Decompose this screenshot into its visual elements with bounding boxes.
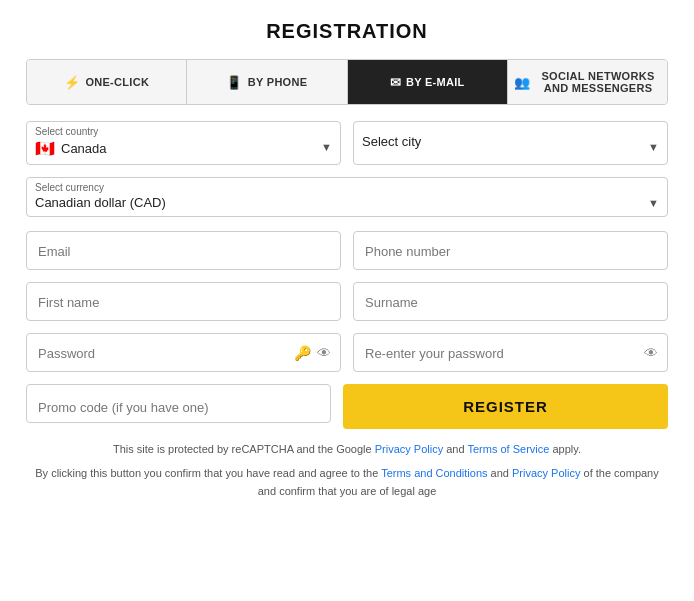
email-phone-row: Email Phone number [26,231,668,270]
promo-field-wrap: Promo code (if you have one) [26,384,331,429]
tab-one-click[interactable]: ⚡ ONE-CLICK [27,60,187,104]
promo-input[interactable] [26,384,331,423]
tab-by-phone[interactable]: 📱 BY PHONE [187,60,347,104]
surname-input[interactable] [353,282,668,321]
country-select-group: Select country 🇨🇦 Canada United States U… [26,121,341,165]
registration-container: REGISTRATION ⚡ ONE-CLICK 📱 BY PHONE ✉ BY… [10,10,684,516]
reenter-toggle-button[interactable]: 👁 [644,345,658,361]
phone-field-wrap: Phone number [353,231,668,270]
canada-flag-icon: 🇨🇦 [35,139,55,158]
page-title: REGISTRATION [26,20,668,43]
firstname-field-wrap: First name [26,282,341,321]
currency-chevron-icon: ▼ [648,197,659,209]
password-toggle-button[interactable]: 👁 [317,345,331,361]
lightning-icon: ⚡ [64,75,80,90]
firstname-input[interactable] [26,282,341,321]
password-icons: 🔑 👁 [294,345,331,361]
tabs-bar: ⚡ ONE-CLICK 📱 BY PHONE ✉ BY E-MAIL 👥 SOC… [26,59,668,105]
disclaimer-text: By clicking this button you confirm that… [26,465,668,500]
currency-group: Select currency Canadian dollar (CAD) US… [26,177,668,217]
currency-select[interactable]: Canadian dollar (CAD) US Dollar (USD) Eu… [35,195,648,210]
phone-icon: 📱 [226,75,242,90]
email-input[interactable] [26,231,341,270]
password-field-wrap: Password 🔑 👁 [26,333,341,372]
register-button[interactable]: REGISTER [343,384,668,429]
privacy-policy2-link[interactable]: Privacy Policy [512,467,580,479]
password-row: Password 🔑 👁 Re-enter your password 👁 [26,333,668,372]
tab-social-label: SOCIAL NETWORKS AND MESSENGERS [535,70,661,94]
promo-register-row: Promo code (if you have one) REGISTER [26,384,668,429]
city-select-group: Select city ▼ [353,121,668,165]
country-city-row: Select country 🇨🇦 Canada United States U… [26,121,668,165]
tab-social[interactable]: 👥 SOCIAL NETWORKS AND MESSENGERS [508,60,667,104]
currency-label: Select currency [35,182,659,193]
privacy-policy-link[interactable]: Privacy Policy [375,443,443,455]
country-select[interactable]: Canada United States United Kingdom [61,141,332,156]
terms-of-service-link[interactable]: Terms of Service [467,443,549,455]
tab-by-phone-label: BY PHONE [248,76,308,88]
phone-input[interactable] [353,231,668,270]
surname-field-wrap: Surname [353,282,668,321]
reenter-field-wrap: Re-enter your password 👁 [353,333,668,372]
reenter-password-input[interactable] [353,333,668,372]
key-icon: 🔑 [294,345,311,361]
email-icon: ✉ [390,75,401,90]
currency-select-row: Canadian dollar (CAD) US Dollar (USD) Eu… [35,195,659,210]
reenter-icons: 👁 [644,345,658,361]
country-flag-wrap: 🇨🇦 Canada United States United Kingdom [35,139,332,158]
country-label: Select country [35,126,332,137]
tab-by-email[interactable]: ✉ BY E-MAIL [348,60,508,104]
email-field-wrap: Email [26,231,341,270]
tab-one-click-label: ONE-CLICK [85,76,149,88]
tab-by-email-label: BY E-MAIL [406,76,465,88]
recaptcha-text: This site is protected by reCAPTCHA and … [26,443,668,455]
city-select[interactable]: Select city [362,134,659,149]
name-row: First name Surname [26,282,668,321]
recaptcha-prefix: This site is protected by reCAPTCHA and … [113,443,375,455]
terms-conditions-link[interactable]: Terms and Conditions [381,467,487,479]
people-icon: 👥 [514,75,530,90]
